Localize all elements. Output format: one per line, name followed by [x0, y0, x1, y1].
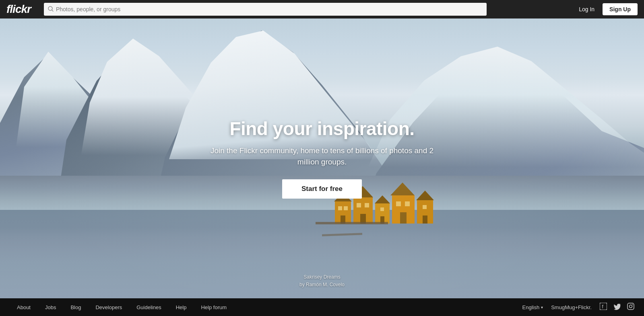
search-container: [44, 3, 487, 16]
photo-author: by Ramón M. Covelo: [299, 281, 345, 289]
page-wrapper: flickr Log In Sign Up Find: [0, 0, 644, 316]
login-button[interactable]: Log In: [576, 4, 598, 14]
footer-links: About Jobs Blog Developers Guidelines He…: [10, 304, 234, 310]
footer-link-help[interactable]: Help: [169, 304, 194, 310]
footer-link-help-forum[interactable]: Help forum: [194, 304, 234, 310]
navbar: flickr Log In Sign Up: [0, 0, 644, 18]
search-icon: [48, 6, 54, 13]
facebook-icon[interactable]: f: [600, 303, 607, 312]
hero-content: Find your inspiration. Join the Flickr c…: [0, 0, 644, 316]
language-selector[interactable]: English ▾: [522, 304, 543, 310]
language-label: English: [522, 304, 540, 310]
svg-rect-2: [600, 303, 607, 310]
footer-link-developers[interactable]: Developers: [88, 304, 129, 310]
svg-rect-4: [627, 303, 634, 310]
search-inner: [44, 3, 487, 16]
footer: About Jobs Blog Developers Guidelines He…: [0, 298, 644, 316]
footer-link-guidelines[interactable]: Guidelines: [129, 304, 168, 310]
hero-title: Find your inspiration.: [229, 118, 414, 140]
footer-right: English ▾ SmugMug+Flickr. f: [522, 303, 634, 312]
svg-point-5: [630, 305, 632, 308]
svg-point-6: [632, 304, 633, 305]
twitter-icon[interactable]: [613, 303, 621, 312]
footer-link-about[interactable]: About: [10, 304, 38, 310]
start-free-button[interactable]: Start for free: [282, 179, 362, 199]
svg-text:f: f: [602, 304, 604, 310]
photo-credit: Sakrisey Dreams by Ramón M. Covelo: [299, 273, 345, 289]
brand-logo: flickr: [6, 3, 31, 16]
chevron-down-icon: ▾: [541, 305, 543, 310]
search-input[interactable]: [56, 6, 483, 12]
footer-link-jobs[interactable]: Jobs: [38, 304, 63, 310]
hero-subtitle: Join the Flickr community, home to tens …: [209, 145, 435, 168]
footer-link-blog[interactable]: Blog: [63, 304, 88, 310]
social-icons: f: [600, 303, 634, 312]
signup-button[interactable]: Sign Up: [603, 3, 638, 15]
instagram-icon[interactable]: [627, 303, 634, 312]
svg-line-1: [52, 10, 53, 11]
photo-title: Sakrisey Dreams: [299, 273, 345, 281]
hero-section: flickr Log In Sign Up Find: [0, 0, 644, 316]
navbar-actions: Log In Sign Up: [576, 3, 638, 15]
smugmug-label: SmugMug+Flickr.: [551, 304, 592, 310]
